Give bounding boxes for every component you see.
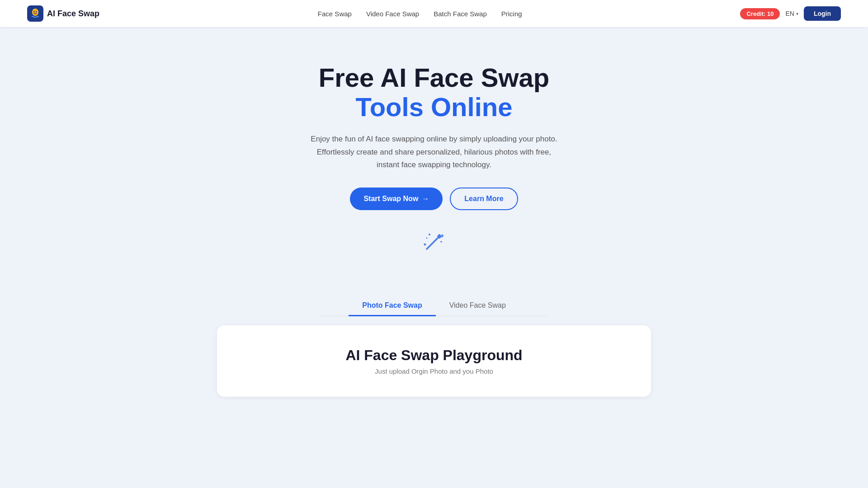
credit-badge[interactable]: Credit: 10	[740, 8, 780, 19]
tab-photo-face-swap[interactable]: Photo Face Swap	[349, 296, 435, 316]
login-button[interactable]: Login	[804, 6, 841, 21]
logo-icon	[27, 5, 43, 22]
tabs-section: Photo Face Swap Video Face Swap AI Face …	[0, 296, 868, 397]
logo-text: AI Face Swap	[47, 9, 99, 19]
lang-label: EN	[785, 10, 794, 17]
learn-more-button[interactable]: Learn More	[450, 188, 518, 210]
start-swap-button[interactable]: Start Swap Now →	[350, 188, 443, 210]
tab-video-face-swap[interactable]: Video Face Swap	[436, 296, 519, 316]
nav-links: Face Swap Video Face Swap Batch Face Swa…	[318, 10, 522, 18]
navigation: AI Face Swap Face Swap Video Face Swap B…	[0, 0, 868, 27]
svg-point-8	[426, 237, 428, 239]
nav-batch-face-swap[interactable]: Batch Face Swap	[434, 10, 487, 18]
nav-face-swap[interactable]: Face Swap	[318, 10, 352, 18]
hero-title-line2: Tools Online	[356, 92, 513, 122]
arrow-right-icon: →	[422, 195, 429, 203]
magic-icon-container	[18, 228, 850, 255]
playground-card: AI Face Swap Playground Just upload Orgi…	[217, 325, 651, 397]
tabs-bar: Photo Face Swap Video Face Swap	[321, 296, 547, 316]
hero-title-line1: Free AI Face Swap	[319, 63, 549, 92]
nav-right: Credit: 10 EN ▾ Login	[740, 6, 841, 21]
svg-line-5	[427, 237, 439, 249]
chevron-down-icon: ▾	[796, 11, 798, 16]
nav-video-face-swap[interactable]: Video Face Swap	[366, 10, 419, 18]
playground-title: AI Face Swap Playground	[235, 347, 633, 364]
magic-wand-icon	[420, 228, 448, 255]
start-swap-label: Start Swap Now	[363, 195, 418, 203]
hero-title: Free AI Face Swap Tools Online	[18, 63, 850, 122]
hero-subtitle: Enjoy the fun of AI face swapping online…	[307, 133, 561, 171]
svg-point-7	[429, 234, 430, 235]
svg-point-9	[440, 241, 442, 243]
lang-selector[interactable]: EN ▾	[785, 10, 798, 17]
hero-buttons: Start Swap Now → Learn More	[18, 188, 850, 210]
logo[interactable]: AI Face Swap	[27, 5, 99, 22]
playground-subtitle: Just upload Orgin Photo and you Photo	[235, 367, 633, 375]
hero-section: Free AI Face Swap Tools Online Enjoy the…	[0, 27, 868, 282]
nav-pricing[interactable]: Pricing	[501, 10, 522, 18]
svg-point-3	[33, 11, 34, 12]
svg-point-4	[36, 11, 37, 12]
